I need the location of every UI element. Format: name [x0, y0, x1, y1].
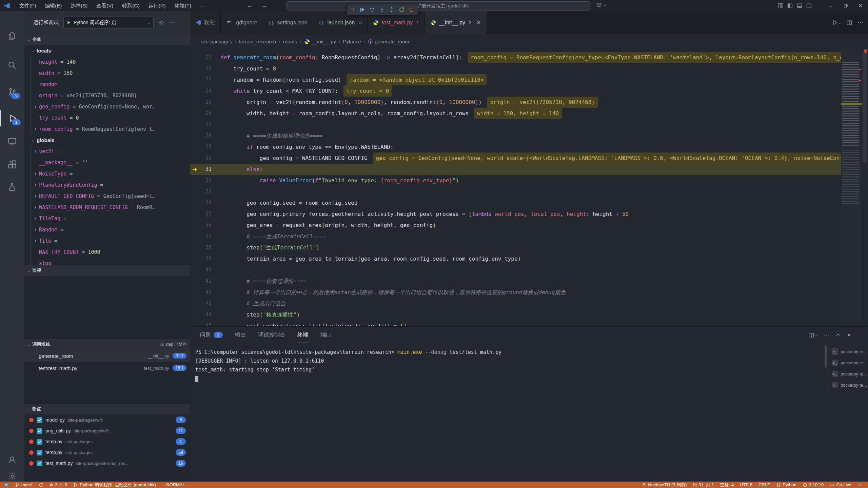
- variable-row[interactable]: random =: [31, 79, 190, 90]
- menu-item[interactable]: 编辑(E): [40, 0, 66, 11]
- statusbar-language-mode[interactable]: {}Python: [773, 482, 800, 488]
- breakpoint-checkbox[interactable]: [37, 417, 42, 423]
- customize-layout-icon[interactable]: [778, 3, 783, 8]
- breakpoint-row[interactable]: temp.py site-packages 58: [24, 447, 190, 458]
- statusbar-encoding[interactable]: UTF-8: [737, 482, 755, 488]
- menu-item[interactable]: 终端(T): [170, 0, 196, 11]
- restart-button[interactable]: [399, 7, 405, 13]
- line-number[interactable]: 28: [200, 130, 212, 141]
- watch-section-header[interactable]: ⌄监视: [24, 265, 190, 276]
- line-number[interactable]: 33: [200, 186, 212, 197]
- editor-tab[interactable]: {} settings.json: [263, 11, 313, 34]
- line-number[interactable]: 32: [200, 175, 212, 186]
- activity-search[interactable]: [0, 57, 24, 74]
- activity-testing[interactable]: [0, 179, 24, 195]
- toggle-sidebar-icon[interactable]: [787, 3, 793, 8]
- statusbar-godot-status[interactable]: [1, 482, 12, 488]
- variable-row[interactable]: ❯ Random =: [31, 224, 190, 235]
- stack-frame[interactable]: generate_room __init__.py 31:1: [24, 350, 190, 362]
- variable-row[interactable]: ❯ NoiseType =: [31, 168, 190, 179]
- activity-run-debug[interactable]: 1: [0, 110, 25, 126]
- line-number[interactable]: 23: [200, 74, 212, 85]
- breakpoint-row[interactable]: model.py site-packages\wfc 6: [24, 414, 190, 425]
- breadcrumb-item[interactable]: generate_room: [368, 39, 409, 44]
- menu-item[interactable]: 选择(S): [66, 0, 92, 11]
- editor-tab[interactable]: 欢迎: [190, 11, 221, 34]
- close-window-button[interactable]: ✕: [853, 0, 868, 11]
- sidebar-more-actions-icon[interactable]: ⋯: [169, 19, 175, 26]
- statusbar-git-blame[interactable]: blueloveTH (3 周前): [639, 482, 690, 488]
- statusbar-problems[interactable]: ⊗3⚠0: [46, 482, 70, 488]
- variables-group[interactable]: ⌄globals: [24, 135, 190, 146]
- editor-tab[interactable]: __init__.py 2 ✕: [425, 11, 487, 34]
- breakpoint-row[interactable]: temp.py site-packages 1: [24, 436, 190, 447]
- line-number[interactable]: 20: [200, 49, 212, 52]
- activity-remote-explorer[interactable]: [0, 133, 24, 149]
- breadcrumb-item[interactable]: site-packages: [201, 39, 232, 44]
- menu-item[interactable]: 查看(V): [92, 0, 118, 11]
- close-tab-icon[interactable]: ✕: [476, 19, 481, 26]
- variable-row[interactable]: stop =: [31, 258, 190, 265]
- panel-tab[interactable]: 调试控制台: [258, 327, 285, 343]
- line-number[interactable]: 22: [200, 63, 212, 74]
- back-icon[interactable]: ←: [247, 2, 253, 9]
- variables-section-header[interactable]: ⌄变量: [24, 34, 190, 45]
- minimize-button[interactable]: –: [823, 0, 838, 11]
- variable-row[interactable]: height = 140: [31, 56, 190, 67]
- line-number[interactable]: 27: [200, 119, 212, 130]
- line-number[interactable]: 39: [200, 253, 212, 264]
- editor-tab[interactable]: .gdignore: [221, 11, 263, 34]
- terminal-instance[interactable]: >_ pocketpy te…: [829, 368, 868, 380]
- line-number[interactable]: 43: [200, 298, 212, 309]
- toggle-panel-icon[interactable]: [797, 3, 802, 8]
- variable-row[interactable]: ❯ WASTELAND_ROOM_REQUEST_CONFIG = RoomR…: [31, 202, 190, 213]
- stack-frame[interactable]: test/test_math.py test_math.py 16:1: [24, 362, 190, 374]
- statusbar-git-sync[interactable]: [36, 482, 46, 488]
- menu-item[interactable]: 转到(G): [118, 0, 144, 11]
- statusbar-vim-mode[interactable]: -- NORMAL --: [159, 482, 192, 488]
- code-editor[interactable]: 20 21def generate_room(room_config: Room…: [190, 49, 841, 326]
- line-number[interactable]: 40: [200, 264, 212, 276]
- variable-row[interactable]: __package__ = '': [31, 157, 190, 168]
- line-number[interactable]: 34: [200, 197, 212, 208]
- variable-row[interactable]: ❯ TileTag =: [31, 213, 190, 224]
- breadcrumb-item[interactable]: Pylance: [343, 39, 361, 44]
- step-out-button[interactable]: [389, 7, 395, 13]
- panel-tab[interactable]: 输出: [235, 327, 246, 343]
- terminal-instance[interactable]: >_ pocketpy te…: [829, 357, 868, 368]
- breakpoint-checkbox[interactable]: [37, 450, 42, 455]
- variable-row[interactable]: ❯ room_config = RoomRequestConfig(env_t…: [31, 123, 190, 135]
- terminal-layout-icon[interactable]: ⌄: [809, 332, 817, 338]
- close-panel-icon[interactable]: ✕: [847, 332, 851, 338]
- breadcrumb-item[interactable]: terrain_research: [239, 39, 276, 44]
- breadcrumb-item[interactable]: __init__.py: [304, 39, 336, 44]
- run-python-file-button[interactable]: ⌄: [832, 20, 841, 25]
- variable-row[interactable]: width = 150: [31, 67, 190, 79]
- variable-row[interactable]: ❯ DEFAULT_GEO_CONFIG = GeoConfig(seed=1…: [31, 190, 190, 202]
- restore-button[interactable]: [838, 0, 853, 11]
- terminal-output[interactable]: PS C:\computer_science\godot-ldtk\site-p…: [195, 348, 823, 476]
- statusbar-cursor-position[interactable]: 行 31, 列 1: [690, 482, 717, 488]
- variable-row[interactable]: origin = vec2i(7205730, 9024468): [31, 90, 190, 101]
- panel-tab[interactable]: 终端: [297, 327, 308, 343]
- statusbar-notifications[interactable]: [854, 482, 865, 488]
- callstack-section-header[interactable]: ⌄调用堆栈 因 step 已暂停: [24, 339, 190, 350]
- statusbar-debug-config[interactable]: Python 调试程序: 启动文件 (godot-ldtk): [70, 482, 159, 488]
- maximize-panel-icon[interactable]: [835, 332, 841, 338]
- statusbar-git-branch[interactable]: main*: [12, 482, 36, 488]
- panel-tab[interactable]: 问题 3: [200, 327, 223, 343]
- variable-row[interactable]: ❯ geo_config = GeoConfig(seed=None, wor…: [31, 101, 190, 112]
- menu-item[interactable]: 文件(F): [15, 0, 40, 11]
- stop-button[interactable]: [409, 7, 414, 13]
- copilot-button[interactable]: ⌄: [596, 2, 606, 7]
- line-number[interactable]: 21: [200, 52, 212, 63]
- variable-row[interactable]: ❯ Tile =: [31, 235, 190, 246]
- debug-config-dropdown[interactable]: Python 调试程序: 启 ⌄: [63, 17, 154, 29]
- breakpoints-section-header[interactable]: ⌄断点: [24, 403, 190, 414]
- breakpoint-row[interactable]: png_utils.py site-packages\wfc 11: [24, 425, 190, 436]
- continue-button[interactable]: [359, 7, 365, 13]
- line-number[interactable]: 30: [200, 152, 212, 164]
- menu-item[interactable]: 运行(R): [144, 0, 170, 11]
- statusbar-go-live[interactable]: Go Live: [827, 482, 854, 488]
- activity-extensions[interactable]: [0, 156, 24, 172]
